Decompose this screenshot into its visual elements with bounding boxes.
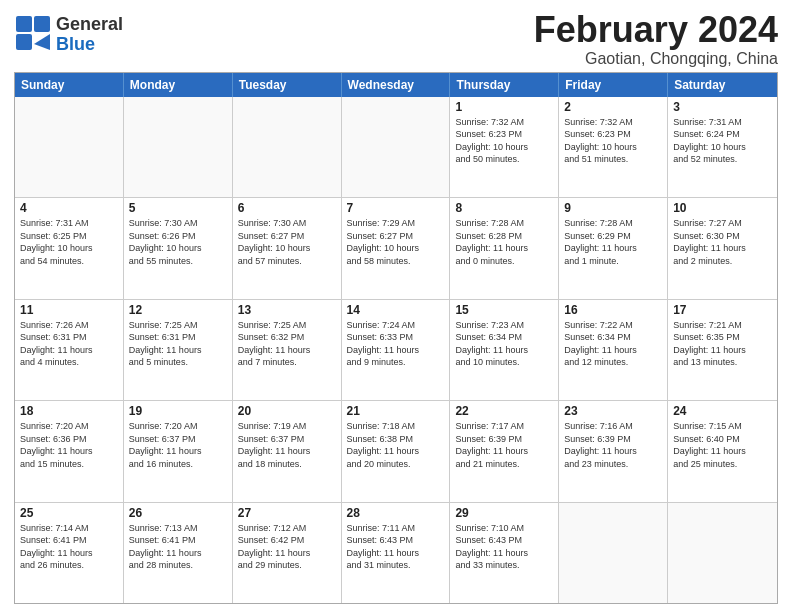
day-number: 7 — [347, 201, 445, 215]
day-number: 29 — [455, 506, 553, 520]
day-info: Sunrise: 7:31 AM Sunset: 6:25 PM Dayligh… — [20, 217, 118, 267]
cal-cell: 10Sunrise: 7:27 AM Sunset: 6:30 PM Dayli… — [668, 198, 777, 298]
cal-week-2: 4Sunrise: 7:31 AM Sunset: 6:25 PM Daylig… — [15, 197, 777, 298]
day-info: Sunrise: 7:10 AM Sunset: 6:43 PM Dayligh… — [455, 522, 553, 572]
page-header: General Blue February 2024 Gaotian, Chon… — [14, 10, 778, 68]
svg-rect-1 — [34, 16, 50, 32]
day-number: 3 — [673, 100, 772, 114]
cal-cell: 27Sunrise: 7:12 AM Sunset: 6:42 PM Dayli… — [233, 503, 342, 603]
logo-line2: Blue — [56, 35, 123, 55]
day-number: 12 — [129, 303, 227, 317]
cal-cell: 1Sunrise: 7:32 AM Sunset: 6:23 PM Daylig… — [450, 97, 559, 197]
cal-cell — [233, 97, 342, 197]
day-number: 25 — [20, 506, 118, 520]
cal-week-4: 18Sunrise: 7:20 AM Sunset: 6:36 PM Dayli… — [15, 400, 777, 501]
cal-week-1: 1Sunrise: 7:32 AM Sunset: 6:23 PM Daylig… — [15, 97, 777, 197]
day-number: 10 — [673, 201, 772, 215]
calendar-header-row: SundayMondayTuesdayWednesdayThursdayFrid… — [15, 73, 777, 97]
day-number: 26 — [129, 506, 227, 520]
calendar-body: 1Sunrise: 7:32 AM Sunset: 6:23 PM Daylig… — [15, 97, 777, 603]
day-number: 17 — [673, 303, 772, 317]
cal-cell: 18Sunrise: 7:20 AM Sunset: 6:36 PM Dayli… — [15, 401, 124, 501]
cal-cell: 16Sunrise: 7:22 AM Sunset: 6:34 PM Dayli… — [559, 300, 668, 400]
cal-cell: 21Sunrise: 7:18 AM Sunset: 6:38 PM Dayli… — [342, 401, 451, 501]
cal-cell: 22Sunrise: 7:17 AM Sunset: 6:39 PM Dayli… — [450, 401, 559, 501]
cal-header-sunday: Sunday — [15, 73, 124, 97]
cal-cell: 23Sunrise: 7:16 AM Sunset: 6:39 PM Dayli… — [559, 401, 668, 501]
cal-cell: 29Sunrise: 7:10 AM Sunset: 6:43 PM Dayli… — [450, 503, 559, 603]
cal-cell: 25Sunrise: 7:14 AM Sunset: 6:41 PM Dayli… — [15, 503, 124, 603]
day-info: Sunrise: 7:15 AM Sunset: 6:40 PM Dayligh… — [673, 420, 772, 470]
calendar-subtitle: Gaotian, Chongqing, China — [534, 50, 778, 68]
day-number: 5 — [129, 201, 227, 215]
logo: General Blue — [14, 14, 123, 56]
day-info: Sunrise: 7:30 AM Sunset: 6:26 PM Dayligh… — [129, 217, 227, 267]
cal-header-saturday: Saturday — [668, 73, 777, 97]
day-info: Sunrise: 7:30 AM Sunset: 6:27 PM Dayligh… — [238, 217, 336, 267]
day-number: 6 — [238, 201, 336, 215]
day-info: Sunrise: 7:13 AM Sunset: 6:41 PM Dayligh… — [129, 522, 227, 572]
day-number: 23 — [564, 404, 662, 418]
title-block: February 2024 Gaotian, Chongqing, China — [534, 10, 778, 68]
cal-cell: 5Sunrise: 7:30 AM Sunset: 6:26 PM Daylig… — [124, 198, 233, 298]
day-info: Sunrise: 7:22 AM Sunset: 6:34 PM Dayligh… — [564, 319, 662, 369]
cal-cell: 9Sunrise: 7:28 AM Sunset: 6:29 PM Daylig… — [559, 198, 668, 298]
cal-cell: 2Sunrise: 7:32 AM Sunset: 6:23 PM Daylig… — [559, 97, 668, 197]
day-info: Sunrise: 7:11 AM Sunset: 6:43 PM Dayligh… — [347, 522, 445, 572]
day-number: 28 — [347, 506, 445, 520]
cal-cell — [668, 503, 777, 603]
day-number: 11 — [20, 303, 118, 317]
day-number: 18 — [20, 404, 118, 418]
cal-header-friday: Friday — [559, 73, 668, 97]
day-info: Sunrise: 7:28 AM Sunset: 6:29 PM Dayligh… — [564, 217, 662, 267]
day-info: Sunrise: 7:26 AM Sunset: 6:31 PM Dayligh… — [20, 319, 118, 369]
day-number: 21 — [347, 404, 445, 418]
day-number: 9 — [564, 201, 662, 215]
svg-rect-2 — [16, 34, 32, 50]
day-info: Sunrise: 7:17 AM Sunset: 6:39 PM Dayligh… — [455, 420, 553, 470]
cal-cell: 3Sunrise: 7:31 AM Sunset: 6:24 PM Daylig… — [668, 97, 777, 197]
day-number: 14 — [347, 303, 445, 317]
day-info: Sunrise: 7:31 AM Sunset: 6:24 PM Dayligh… — [673, 116, 772, 166]
day-info: Sunrise: 7:20 AM Sunset: 6:37 PM Dayligh… — [129, 420, 227, 470]
cal-cell: 12Sunrise: 7:25 AM Sunset: 6:31 PM Dayli… — [124, 300, 233, 400]
cal-header-wednesday: Wednesday — [342, 73, 451, 97]
cal-cell: 4Sunrise: 7:31 AM Sunset: 6:25 PM Daylig… — [15, 198, 124, 298]
cal-cell: 13Sunrise: 7:25 AM Sunset: 6:32 PM Dayli… — [233, 300, 342, 400]
cal-cell: 17Sunrise: 7:21 AM Sunset: 6:35 PM Dayli… — [668, 300, 777, 400]
day-info: Sunrise: 7:23 AM Sunset: 6:34 PM Dayligh… — [455, 319, 553, 369]
day-number: 4 — [20, 201, 118, 215]
cal-cell: 19Sunrise: 7:20 AM Sunset: 6:37 PM Dayli… — [124, 401, 233, 501]
logo-icon — [14, 14, 52, 52]
day-number: 1 — [455, 100, 553, 114]
cal-cell: 7Sunrise: 7:29 AM Sunset: 6:27 PM Daylig… — [342, 198, 451, 298]
day-number: 22 — [455, 404, 553, 418]
day-info: Sunrise: 7:32 AM Sunset: 6:23 PM Dayligh… — [564, 116, 662, 166]
logo-line1: General — [56, 15, 123, 35]
cal-header-tuesday: Tuesday — [233, 73, 342, 97]
cal-cell: 24Sunrise: 7:15 AM Sunset: 6:40 PM Dayli… — [668, 401, 777, 501]
cal-cell: 6Sunrise: 7:30 AM Sunset: 6:27 PM Daylig… — [233, 198, 342, 298]
day-number: 2 — [564, 100, 662, 114]
day-info: Sunrise: 7:28 AM Sunset: 6:28 PM Dayligh… — [455, 217, 553, 267]
cal-cell: 26Sunrise: 7:13 AM Sunset: 6:41 PM Dayli… — [124, 503, 233, 603]
cal-header-monday: Monday — [124, 73, 233, 97]
day-info: Sunrise: 7:25 AM Sunset: 6:31 PM Dayligh… — [129, 319, 227, 369]
cal-cell: 14Sunrise: 7:24 AM Sunset: 6:33 PM Dayli… — [342, 300, 451, 400]
cal-cell: 15Sunrise: 7:23 AM Sunset: 6:34 PM Dayli… — [450, 300, 559, 400]
cal-cell — [559, 503, 668, 603]
day-info: Sunrise: 7:25 AM Sunset: 6:32 PM Dayligh… — [238, 319, 336, 369]
day-info: Sunrise: 7:19 AM Sunset: 6:37 PM Dayligh… — [238, 420, 336, 470]
cal-cell: 28Sunrise: 7:11 AM Sunset: 6:43 PM Dayli… — [342, 503, 451, 603]
day-info: Sunrise: 7:16 AM Sunset: 6:39 PM Dayligh… — [564, 420, 662, 470]
cal-header-thursday: Thursday — [450, 73, 559, 97]
day-info: Sunrise: 7:21 AM Sunset: 6:35 PM Dayligh… — [673, 319, 772, 369]
day-number: 27 — [238, 506, 336, 520]
cal-week-3: 11Sunrise: 7:26 AM Sunset: 6:31 PM Dayli… — [15, 299, 777, 400]
calendar-title: February 2024 — [534, 10, 778, 50]
svg-rect-0 — [16, 16, 32, 32]
day-info: Sunrise: 7:20 AM Sunset: 6:36 PM Dayligh… — [20, 420, 118, 470]
day-number: 20 — [238, 404, 336, 418]
calendar: SundayMondayTuesdayWednesdayThursdayFrid… — [14, 72, 778, 604]
cal-week-5: 25Sunrise: 7:14 AM Sunset: 6:41 PM Dayli… — [15, 502, 777, 603]
